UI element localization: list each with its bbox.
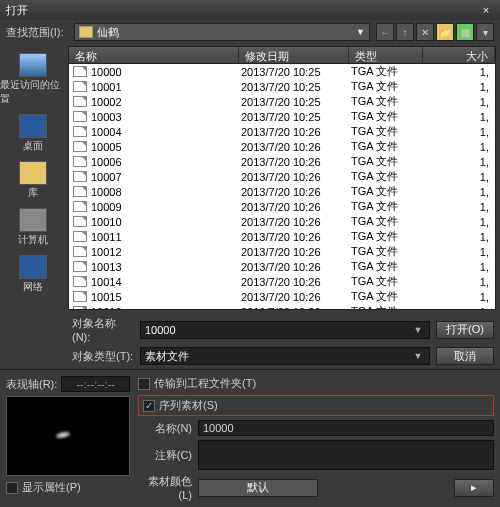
- folder-icon: [79, 26, 93, 38]
- file-date: 2013/7/20 10:26: [241, 231, 351, 243]
- place-item[interactable]: 计算机: [0, 205, 66, 250]
- file-row[interactable]: 100152013/7/20 10:26TGA 文件1,: [69, 289, 495, 304]
- checkbox-unchecked-icon[interactable]: [6, 482, 18, 494]
- nav-icons: ← ↑ ✕ 📁 ▦ ▾: [376, 23, 494, 41]
- file-date: 2013/7/20 10:26: [241, 171, 351, 183]
- close-icon[interactable]: ×: [478, 4, 494, 16]
- place-item[interactable]: 网络: [0, 252, 66, 297]
- file-row[interactable]: 100002013/7/20 10:25TGA 文件1,: [69, 64, 495, 79]
- axis-value[interactable]: --:--:--:--: [61, 376, 130, 392]
- file-icon: [73, 216, 87, 227]
- file-row[interactable]: 100022013/7/20 10:25TGA 文件1,: [69, 94, 495, 109]
- color-combo[interactable]: 默认: [198, 479, 318, 497]
- comment-label: 注释(C): [138, 448, 192, 463]
- file-type: TGA 文件: [351, 94, 425, 109]
- file-size: 1,: [425, 156, 495, 168]
- file-name: 10001: [91, 81, 241, 93]
- file-size: 1,: [425, 141, 495, 153]
- col-date[interactable]: 修改日期: [239, 47, 349, 63]
- file-name: 10014: [91, 276, 241, 288]
- name-label: 名称(N): [138, 421, 192, 436]
- file-name: 10010: [91, 216, 241, 228]
- file-icon: [73, 276, 87, 287]
- file-list[interactable]: 100002013/7/20 10:25TGA 文件1,100012013/7/…: [68, 64, 496, 310]
- file-row[interactable]: 100032013/7/20 10:25TGA 文件1,: [69, 109, 495, 124]
- file-type: TGA 文件: [351, 154, 425, 169]
- cancel-button[interactable]: 取消: [436, 347, 494, 365]
- file-row[interactable]: 100162013/7/20 10:26TGA 文件1,: [69, 304, 495, 310]
- col-size[interactable]: 大小: [423, 47, 495, 63]
- file-icon: [73, 201, 87, 212]
- open-button[interactable]: 打开(O): [436, 321, 494, 339]
- place-item[interactable]: 最近访问的位置: [0, 50, 66, 109]
- file-row[interactable]: 100132013/7/20 10:26TGA 文件1,: [69, 259, 495, 274]
- preview-sprite: [55, 431, 70, 440]
- nav-view-dd-icon[interactable]: ▾: [476, 23, 494, 41]
- place-item[interactable]: 库: [0, 158, 66, 203]
- name-input[interactable]: 10000: [198, 420, 494, 436]
- transproj-row[interactable]: 传输到工程文件夹(T): [138, 376, 494, 391]
- file-row[interactable]: 100062013/7/20 10:26TGA 文件1,: [69, 154, 495, 169]
- file-name: 10012: [91, 246, 241, 258]
- name-row: 名称(N) 10000: [138, 420, 494, 436]
- nav-newfolder-icon[interactable]: 📁: [436, 23, 454, 41]
- file-date: 2013/7/20 10:26: [241, 141, 351, 153]
- file-row[interactable]: 100082013/7/20 10:26TGA 文件1,: [69, 184, 495, 199]
- place-label: 桌面: [23, 139, 43, 153]
- file-size: 1,: [425, 81, 495, 93]
- objtype-combo[interactable]: 素材文件 ▼: [140, 347, 430, 365]
- lookin-value: 仙鹤: [97, 25, 119, 40]
- file-type: TGA 文件: [351, 199, 425, 214]
- list-header: 名称 修改日期 类型 大小: [68, 46, 496, 64]
- comment-input[interactable]: [198, 440, 494, 470]
- place-label: 库: [28, 186, 38, 200]
- file-icon: [73, 171, 87, 182]
- file-icon: [73, 66, 87, 77]
- file-type: TGA 文件: [351, 124, 425, 139]
- col-type[interactable]: 类型: [349, 47, 423, 63]
- file-row[interactable]: 100112013/7/20 10:26TGA 文件1,: [69, 229, 495, 244]
- nav-view-icon[interactable]: ▦: [456, 23, 474, 41]
- file-row[interactable]: 100042013/7/20 10:26TGA 文件1,: [69, 124, 495, 139]
- nav-back-icon[interactable]: ←: [376, 23, 394, 41]
- file-icon: [73, 246, 87, 257]
- showprop-row[interactable]: 显示属性(P): [6, 480, 130, 495]
- file-type: TGA 文件: [351, 109, 425, 124]
- file-date: 2013/7/20 10:25: [241, 111, 351, 123]
- checkbox-unchecked-icon[interactable]: [138, 378, 150, 390]
- file-name: 10006: [91, 156, 241, 168]
- seqmat-row[interactable]: ✓ 序列素材(S): [143, 398, 218, 413]
- objname-label: 对象名称(N):: [72, 316, 134, 343]
- place-label: 网络: [23, 280, 43, 294]
- file-date: 2013/7/20 10:26: [241, 261, 351, 273]
- file-type: TGA 文件: [351, 259, 425, 274]
- file-row[interactable]: 100142013/7/20 10:26TGA 文件1,: [69, 274, 495, 289]
- seqmat-label: 序列素材(S): [159, 398, 218, 413]
- objtype-row: 对象类型(T): 素材文件 ▼ 取消: [6, 347, 494, 365]
- file-row[interactable]: 100072013/7/20 10:26TGA 文件1,: [69, 169, 495, 184]
- file-row[interactable]: 100052013/7/20 10:26TGA 文件1,: [69, 139, 495, 154]
- objname-input[interactable]: 10000 ▼: [140, 321, 430, 339]
- nav-del-icon[interactable]: ✕: [416, 23, 434, 41]
- file-type: TGA 文件: [351, 304, 425, 310]
- file-date: 2013/7/20 10:26: [241, 156, 351, 168]
- chevron-down-icon: ▼: [356, 27, 365, 37]
- lookin-combo[interactable]: 仙鹤 ▼: [74, 23, 370, 41]
- more-button[interactable]: ▸: [454, 479, 494, 497]
- file-name: 10007: [91, 171, 241, 183]
- place-item[interactable]: 桌面: [0, 111, 66, 156]
- file-row[interactable]: 100092013/7/20 10:26TGA 文件1,: [69, 199, 495, 214]
- file-icon: [73, 231, 87, 242]
- place-label: 计算机: [18, 233, 48, 247]
- checkbox-checked-icon[interactable]: ✓: [143, 400, 155, 412]
- nav-up-icon[interactable]: ↑: [396, 23, 414, 41]
- objname-row: 对象名称(N): 10000 ▼ 打开(O): [6, 316, 494, 343]
- file-type: TGA 文件: [351, 214, 425, 229]
- place-label: 最近访问的位置: [0, 78, 66, 106]
- file-row[interactable]: 100012013/7/20 10:25TGA 文件1,: [69, 79, 495, 94]
- file-name: 10009: [91, 201, 241, 213]
- col-name[interactable]: 名称: [69, 47, 239, 63]
- file-row[interactable]: 100102013/7/20 10:26TGA 文件1,: [69, 214, 495, 229]
- file-row[interactable]: 100122013/7/20 10:26TGA 文件1,: [69, 244, 495, 259]
- file-type: TGA 文件: [351, 64, 425, 79]
